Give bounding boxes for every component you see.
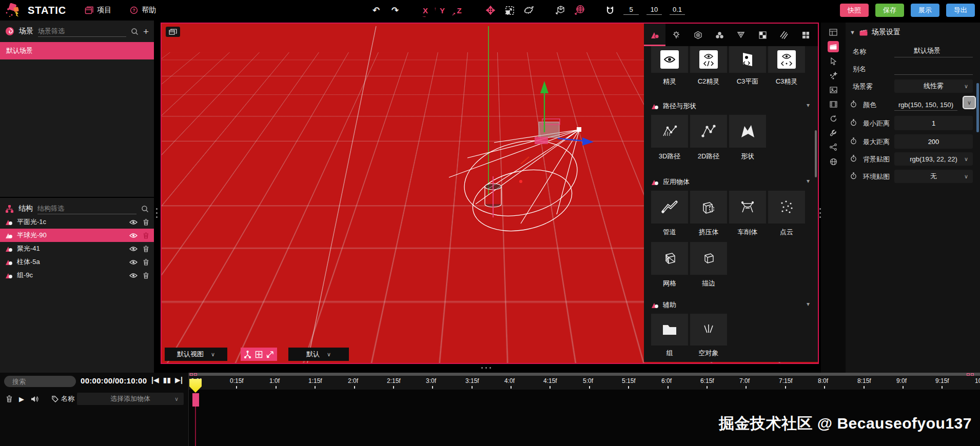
library-item-extrude[interactable] (690, 191, 727, 224)
library-item-c3-plane[interactable] (729, 46, 766, 73)
library-scrollbar[interactable] (815, 130, 817, 177)
environment-map-select[interactable]: 无∨ (894, 170, 973, 183)
loop-start-marker[interactable] (194, 373, 197, 376)
snapshot-button[interactable]: 快照 (840, 4, 869, 17)
menu-project[interactable]: 项目 (85, 6, 111, 15)
keyframe-stopwatch-icon[interactable] (850, 172, 857, 179)
min-distance-input[interactable]: 1 (894, 116, 973, 130)
max-distance-input[interactable]: 200 (894, 134, 973, 149)
library-item-lathe[interactable] (729, 191, 766, 224)
magnet-snap-icon[interactable] (604, 4, 616, 16)
delete-keyframes-icon[interactable] (6, 395, 12, 402)
scale-tool-icon[interactable] (504, 4, 515, 16)
menu-help[interactable]: ? 帮助 (130, 6, 156, 15)
tab-hatch[interactable] (773, 24, 795, 46)
library-item-pointcloud[interactable] (768, 191, 805, 224)
structure-row-spot-light[interactable]: 聚光-41 (0, 242, 154, 255)
speaker-icon[interactable] (31, 396, 39, 402)
snap-scale-input[interactable]: 0.1 (670, 6, 685, 15)
scene-item-default[interactable]: 默认场景 (0, 42, 154, 59)
keyframe-stopwatch-icon[interactable] (850, 100, 857, 108)
library-item-pipe[interactable] (651, 191, 688, 224)
alias-input[interactable] (894, 63, 973, 75)
delete-trash-icon[interactable] (143, 272, 149, 279)
add-object-select[interactable]: 选择添加物体 ∨ (77, 393, 184, 405)
visibility-eye-icon[interactable] (129, 233, 138, 238)
visibility-eye-icon[interactable] (129, 273, 138, 278)
structure-row-hemisphere-light[interactable]: 半球光-90 (0, 229, 154, 242)
timeline-search[interactable] (4, 376, 76, 387)
color-swatch-button[interactable]: ∨ (963, 96, 976, 109)
settings-header[interactable]: ▼ 场景设置 (850, 28, 900, 37)
step-forward-icon[interactable]: ▶| (175, 376, 183, 384)
undo-icon[interactable]: ↶ (370, 4, 382, 16)
library-item-sprite[interactable] (651, 46, 688, 73)
local-space-icon[interactable] (555, 4, 566, 16)
view-dropdown[interactable]: 默认视图 ∨ (165, 348, 227, 361)
timeline-divider-handle[interactable] (0, 402, 1, 412)
keyframe-stopwatch-icon[interactable] (850, 119, 857, 126)
tab-objects[interactable] (644, 24, 665, 46)
tab-layout[interactable] (795, 24, 816, 46)
section-header-helpers[interactable]: 辅助 (651, 300, 676, 310)
viewport-corner-toggle[interactable] (166, 27, 180, 37)
loop-start-marker[interactable] (190, 373, 193, 376)
add-scene-button[interactable]: + (143, 27, 149, 36)
keyframe-stopwatch-icon[interactable] (850, 137, 857, 145)
panels-icon[interactable] (828, 27, 839, 38)
name-input[interactable]: 默认场景 (894, 45, 973, 57)
section-header-applied[interactable]: 应用物体 (651, 177, 690, 187)
scene-filter-input[interactable] (38, 26, 126, 37)
fog-color-input[interactable]: rgb(150, 150, 150) (894, 98, 957, 111)
axis-x-toggle[interactable]: X→ (421, 6, 430, 15)
library-item-c2-sprite[interactable] (690, 46, 727, 73)
scene-settings-icon[interactable] (828, 41, 839, 52)
world-space-icon[interactable] (574, 4, 585, 16)
axis-z-toggle[interactable]: Z↗ (455, 6, 464, 15)
share-nodes-icon[interactable] (828, 141, 839, 153)
collapse-chevron-icon[interactable]: ▾ (807, 102, 810, 109)
timeline-resize-handle[interactable] (481, 365, 491, 370)
section-header-paths[interactable]: 路径与形状 (651, 102, 696, 111)
collapse-chevron-icon[interactable]: ▾ (807, 300, 810, 308)
play-icon[interactable]: ▶ (19, 395, 24, 403)
delete-trash-icon[interactable] (143, 246, 149, 252)
refresh-icon[interactable] (828, 113, 839, 124)
camera-dropdown[interactable]: 默认 ∨ (288, 348, 349, 361)
settings-scrollbar[interactable] (976, 83, 979, 132)
tab-vectors[interactable] (730, 24, 752, 46)
save-button[interactable]: 保存 (875, 4, 904, 17)
fog-select[interactable]: 线性雾∨ (894, 79, 973, 93)
select-cursor-icon[interactable] (828, 55, 839, 67)
keyframe-stopwatch-icon[interactable] (850, 155, 857, 162)
collapse-chevron-icon[interactable]: ▾ (807, 177, 810, 185)
globe-icon[interactable] (828, 156, 839, 167)
camera-move-icon[interactable] (263, 348, 277, 361)
library-item-outline[interactable] (690, 242, 727, 275)
structure-row-group[interactable]: 组-9c (0, 269, 154, 282)
tab-materials[interactable] (709, 24, 730, 46)
library-item-c3-sprite[interactable] (768, 46, 805, 73)
visibility-eye-icon[interactable] (129, 259, 138, 265)
wand-icon[interactable] (828, 70, 839, 81)
library-item-null-object[interactable] (690, 314, 727, 346)
structure-filter-input[interactable] (37, 203, 136, 214)
timeline-ruler[interactable]: 0:0f 0:15f 1:0f 1:15f 2:0f 2:15f 3:0f 3:… (189, 373, 980, 390)
structure-row-cylinder[interactable]: 柱体-5a (0, 255, 154, 269)
name-tag[interactable]: 名称 (52, 394, 74, 403)
tab-cameras[interactable] (687, 24, 709, 46)
background-map-select[interactable]: rgb(193, 22, 22)∨ (894, 152, 973, 166)
redo-icon[interactable]: ↷ (389, 4, 401, 16)
tab-textures[interactable] (752, 24, 773, 46)
snap-move-input[interactable]: 5 (623, 6, 639, 15)
loop-end-marker[interactable] (967, 373, 970, 376)
image-icon[interactable] (828, 84, 839, 95)
translate-tool-icon[interactable] (485, 4, 496, 16)
structure-row-plane-light[interactable]: 平面光-1c (0, 215, 154, 229)
delete-trash-icon[interactable] (143, 232, 149, 239)
present-button[interactable]: 展示 (911, 4, 939, 17)
axis-y-toggle[interactable]: Y↑ (438, 6, 447, 15)
visibility-eye-icon[interactable] (129, 246, 138, 252)
pause-icon[interactable]: ▮▮ (163, 376, 171, 384)
library-item-group[interactable] (651, 314, 688, 346)
